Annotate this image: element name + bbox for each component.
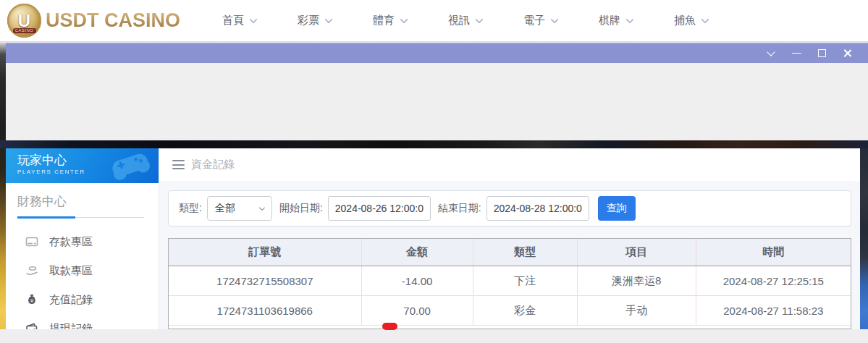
annotation-dot [382, 323, 397, 330]
chevron-down-icon [625, 15, 633, 23]
content-header: 資金記錄 [159, 148, 860, 181]
cell-type: 彩金 [473, 296, 578, 326]
brand-name: USDT CASINO [46, 9, 180, 32]
chevron-down-icon [400, 15, 408, 23]
cell-type: 下注 [473, 266, 578, 296]
close-icon [843, 48, 852, 58]
minimize-icon [792, 53, 801, 54]
navbar-shadow [0, 41, 868, 44]
hamburger-icon[interactable] [172, 160, 185, 169]
chevron-down-icon [475, 15, 483, 23]
cell-amount: -14.00 [362, 266, 473, 296]
table-row: 1724731103619866 70.00 彩金 手动 2024-08-27 … [169, 296, 851, 326]
funds-table: 訂單號 金額 類型 項目 時間 1724732715508307 -14.00 … [168, 238, 851, 329]
nav-item-sports[interactable]: 體育 [373, 14, 407, 27]
funds-record-panel: 資金記錄 類型: 全部 開始日期: 結束日期: 查詢 訂單號 金額 類型 項目 … [159, 148, 860, 329]
svg-text:¥: ¥ [30, 298, 34, 304]
table-row: 1724732715508307 -14.00 下注 澳洲幸运8 2024-08… [169, 266, 851, 296]
start-date-label: 開始日期: [279, 202, 323, 215]
top-navbar: U CASINO USDT CASINO 首頁 彩票 體育 視訊 [0, 0, 868, 41]
table-body: 1724732715508307 -14.00 下注 澳洲幸运8 2024-08… [169, 266, 851, 329]
filter-bar: 類型: 全部 開始日期: 結束日期: 查詢 [168, 190, 851, 226]
nav-item-slots[interactable]: 電子 [523, 14, 557, 27]
sidebar-item-deposit[interactable]: 存款專區 [6, 227, 159, 256]
cell-order-no: 1724732715508307 [169, 266, 362, 296]
window-empty-area [6, 63, 868, 140]
background-bottom-band [0, 329, 868, 343]
search-button[interactable]: 查詢 [598, 196, 636, 221]
nav-item-lottery[interactable]: 彩票 [298, 14, 332, 27]
brand-coin-icon: U CASINO [7, 4, 41, 38]
nav-item-chess[interactable]: 棋牌 [599, 14, 633, 27]
cell-order-no: 1724731103619866 [169, 296, 362, 326]
type-label: 類型: [179, 202, 202, 215]
sidebar-section-finance[interactable]: 財務中心 [17, 193, 159, 210]
header-cell-order-no: 訂單號 [169, 239, 362, 266]
sidebar-item-recharge-record[interactable]: ¥ 充值記錄 [6, 285, 159, 314]
table-header-row: 訂單號 金額 類型 項目 時間 [169, 239, 851, 266]
background-right-strip [860, 148, 868, 329]
sidebar-item-withdraw[interactable]: 取款專區 [6, 256, 159, 285]
cell-time: 2024-08-27 12:25:15 [696, 266, 851, 296]
window-minimize-button[interactable] [787, 46, 806, 60]
chevron-down-icon [767, 48, 775, 56]
window-close-button[interactable] [838, 46, 856, 60]
nav-item-live-video[interactable]: 視訊 [448, 14, 482, 27]
maximize-icon [818, 49, 826, 57]
chevron-down-icon [550, 15, 558, 23]
cell-item: 澳洲幸运8 [578, 266, 696, 296]
type-select[interactable]: 全部 [207, 196, 272, 221]
window-maximize-button[interactable] [812, 46, 831, 60]
header-cell-item: 項目 [578, 239, 696, 266]
brand-logo[interactable]: U CASINO USDT CASINO [7, 4, 180, 38]
end-date-label: 結束日期: [438, 202, 481, 215]
cell-item: 手动 [578, 296, 696, 326]
nav-item-home[interactable]: 首頁 [222, 14, 256, 27]
page: U CASINO USDT CASINO 首頁 彩票 體育 視訊 [0, 0, 868, 343]
header-cell-type: 類型 [473, 239, 578, 266]
page-title: 資金記錄 [191, 158, 235, 172]
start-date-input[interactable] [328, 196, 431, 221]
header-cell-amount: 金額 [362, 239, 473, 266]
chevron-down-icon [324, 15, 332, 23]
sidebar-header: 玩家中心 PLAYERS CENTER [6, 148, 159, 183]
chevron-down-icon [701, 15, 709, 23]
section-underline [17, 216, 147, 219]
nav-menu: 首頁 彩票 體育 視訊 電子 棋牌 [222, 14, 749, 27]
background-left-strip [0, 43, 6, 331]
chevron-down-icon [259, 205, 265, 211]
end-date-input[interactable] [486, 196, 589, 221]
sidebar-menu: 存款專區 取款專區 ¥ 充值記錄 [6, 227, 159, 343]
deposit-card-icon [25, 234, 39, 249]
header-cell-time: 時間 [696, 239, 851, 266]
window-titlebar [6, 43, 868, 63]
cell-time: 2024-08-27 11:58:23 [696, 296, 851, 326]
cell-amount: 70.00 [362, 296, 473, 326]
nav-item-fishing[interactable]: 捕魚 [674, 14, 708, 27]
window-chevron-button[interactable] [762, 46, 780, 60]
chevron-down-icon [249, 15, 257, 23]
brand-coin-banner: CASINO [12, 28, 35, 33]
withdraw-hand-icon [25, 263, 39, 278]
players-center-sidebar: 玩家中心 PLAYERS CENTER 財務中心 存款專區 [6, 148, 159, 329]
background-dark-band [0, 140, 868, 148]
money-bag-icon: ¥ [25, 292, 39, 307]
